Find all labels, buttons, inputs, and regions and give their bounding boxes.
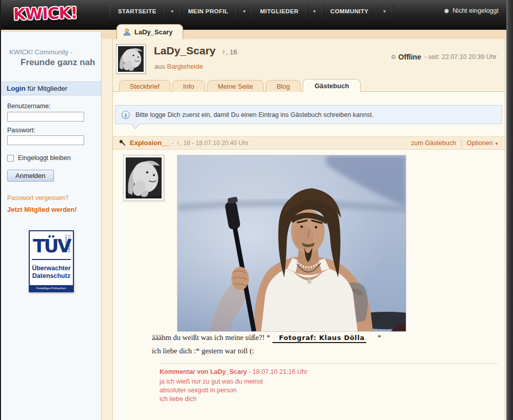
nav-startseite[interactable]: STARTSEITE xyxy=(110,5,165,18)
scrollbar[interactable] xyxy=(506,0,513,420)
become-member-link[interactable]: Jetzt Mitglied werden! xyxy=(7,206,95,213)
main-nav: STARTSEITE ▼ MEIN PROFIL ▼ MITGLIEDER ▼ … xyxy=(110,0,392,23)
photo-credit: Fotograf: Klaus Dölla xyxy=(272,334,366,343)
page-tab-lady-scary[interactable]: LaDy_Scary xyxy=(116,24,183,39)
stay-logged-in-label: Eingeloggt bleiben xyxy=(18,154,71,162)
username-label: Benutzername: xyxy=(7,103,95,110)
tuv-footer-text: Freiwilliges Prüfzeichen xyxy=(30,285,73,291)
comment-separator xyxy=(159,363,498,364)
entry-author-link[interactable]: Explosion__ xyxy=(130,139,169,147)
login-header-rest: für Mitglieder xyxy=(26,85,68,92)
entry-author-avatar[interactable] xyxy=(123,155,164,201)
tab-steckbrief[interactable]: Steckbrief xyxy=(119,80,170,92)
comment-line: ja ich wieß nur zu gut was du meinst xyxy=(160,377,501,386)
login-notice: i Bitte logge Dich zuerst ein, damit Du … xyxy=(115,105,502,124)
tab-blog[interactable]: Blog xyxy=(266,80,301,92)
offline-label: Offline xyxy=(399,53,421,61)
tuv-side-text: TÜV Saarland Standard xyxy=(65,234,71,259)
online-status: Offline - seit: 22.07.10 20:39 Uhr xyxy=(391,53,497,61)
chevron-down-icon: ▼ xyxy=(495,142,499,146)
profile-tabs: Steckbrief Info Meine Seite Blog Gästebu… xyxy=(119,79,361,92)
profile-avatar xyxy=(116,44,146,74)
login-button[interactable]: Anmelden xyxy=(7,170,54,182)
password-field[interactable] xyxy=(7,135,84,145)
sidebar: KWICK! Community - Freunde ganz nah Logi… xyxy=(1,32,102,420)
stay-logged-in-checkbox[interactable] xyxy=(7,155,14,162)
info-icon: i xyxy=(122,111,130,119)
tuv-line2: Datenschutz xyxy=(32,272,71,280)
chevron-down-icon[interactable]: ▼ xyxy=(236,5,252,18)
entry-avatar-image xyxy=(126,157,162,198)
chevron-down-icon[interactable]: ▼ xyxy=(307,5,323,18)
tuv-seal[interactable]: TÜV TÜV Saarland Standard Überwachter Da… xyxy=(29,230,74,292)
comment-line: ich liebe dich xyxy=(160,395,501,404)
forgot-password-link[interactable]: Passwort vergessen? xyxy=(7,194,95,202)
login-status: Nicht eingeloggt xyxy=(444,7,499,14)
profile-avatar-image xyxy=(118,46,144,72)
comment-block: Kommentar von LaDy_Scary - 18.07.10 21:1… xyxy=(160,368,501,404)
login-form: Benutzername: Passwort: Eingeloggt bleib… xyxy=(1,95,101,292)
kwick-logo[interactable]: KWICK! xyxy=(13,3,78,23)
tagline-line1: KWICK! Community - xyxy=(9,48,96,56)
tab-meine-seite[interactable]: Meine Seite xyxy=(207,80,264,92)
nav-mein-profil[interactable]: MEIN PROFIL xyxy=(181,5,237,18)
offline-dot-icon xyxy=(391,55,396,59)
profile-location: aus Bargteheide xyxy=(154,63,203,70)
chevron-down-icon[interactable]: ▼ xyxy=(165,5,181,18)
status-dot-icon xyxy=(444,9,449,13)
entry-photo xyxy=(177,155,406,332)
guestbook-content: i Bitte logge Dich zuerst ein, damit Du … xyxy=(113,91,505,420)
zum-gaestebuch-link[interactable]: zum Gästebuch xyxy=(411,139,456,147)
chevron-down-icon[interactable]: ▼ xyxy=(377,5,392,18)
comment-title: Kommentar von LaDy_Scary - 18.07.10 21:1… xyxy=(160,368,501,375)
username-field[interactable] xyxy=(7,112,84,122)
profile-name: LaDy_Scary xyxy=(154,45,215,56)
login-header-bold: Login xyxy=(7,85,26,92)
comment-line: absoluter sexgott in person xyxy=(160,386,501,395)
guestbook-entry-header: Explosion__ - ♀, 16 - 18.07.10 20:40 Uhr… xyxy=(113,136,505,150)
top-navigation-bar: KWICK! STARTSEITE ▼ MEIN PROFIL ▼ MITGLI… xyxy=(1,0,513,30)
kwick-page: KWICK! STARTSEITE ▼ MEIN PROFIL ▼ MITGLI… xyxy=(0,0,513,420)
entry-text-line1: ääähm du weißt was ich meine süße?! *Fot… xyxy=(152,333,501,342)
offline-since: - seit: 22.07.10 20:39 Uhr xyxy=(424,53,497,61)
tuv-line1: Überwachter xyxy=(32,265,71,272)
optionen-dropdown[interactable]: Optionen ▼ xyxy=(467,139,499,147)
nav-mitglieder[interactable]: MITGLIEDER xyxy=(252,5,307,18)
pushpin-icon xyxy=(119,139,126,146)
password-label: Passwort: xyxy=(7,127,95,134)
notice-text: Bitte logge Dich zuerst ein, damit Du ei… xyxy=(135,111,373,118)
tab-gaestebuch[interactable]: Gästebuch xyxy=(303,79,361,92)
login-status-label: Nicht eingeloggt xyxy=(452,7,499,14)
city-link[interactable]: Bargteheide xyxy=(167,63,203,70)
guestbook-entry-body: ääähm du weißt was ich meine süße?! *Fot… xyxy=(113,150,505,404)
entry-meta: - ♀, 16 - 18.07.10 20:40 Uhr xyxy=(172,139,249,147)
profile-gender-age: ♀, 16 xyxy=(221,48,237,56)
main-panel: LaDy_Scary ♀, 16 aus Bargteheide Offline… xyxy=(112,39,505,420)
nav-community[interactable]: COMMUNITY xyxy=(323,5,377,18)
page-tab-label: LaDy_Scary xyxy=(134,28,172,36)
login-box-header: Login für Mitglieder xyxy=(1,82,101,95)
divider xyxy=(461,139,462,147)
entry-text-line2: ich liebe dich :* gestern war toll (: xyxy=(152,347,501,355)
person-icon xyxy=(123,28,131,36)
tab-info[interactable]: Info xyxy=(172,80,205,92)
tagline-line2: Freunde ganz nah xyxy=(21,57,96,68)
community-tagline: KWICK! Community - Freunde ganz nah xyxy=(1,32,101,68)
from-label: aus xyxy=(154,63,167,70)
